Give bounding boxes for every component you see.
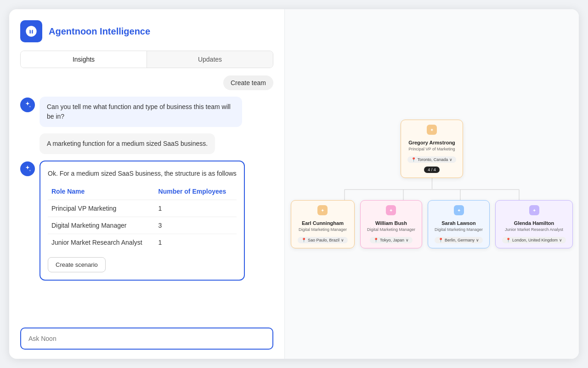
left-panel: Agentnoon Intelligence Insights Updates …: [9, 9, 285, 359]
child-0-title: Digital Marketing Manager: [298, 227, 348, 233]
child-2-title: Digital Marketing Manager: [435, 227, 483, 233]
child-3-icon: ✦: [529, 205, 539, 215]
children-row: ✦ Earl Cunningham Digital Marketing Mana…: [291, 200, 573, 248]
table-row: Digital Marketing Manager3: [48, 217, 237, 234]
org-child-card-0[interactable]: ✦ Earl Cunningham Digital Marketing Mana…: [291, 200, 355, 248]
ask-noon-input[interactable]: [20, 328, 273, 350]
child-0-icon: ✦: [317, 205, 328, 215]
role-count-1: 3: [155, 217, 237, 234]
root-location: 📍 Toronto, Canada ∨: [407, 156, 457, 163]
org-child-card-1[interactable]: ✦ William Bush Digital Marketing Manager…: [360, 200, 422, 248]
child-1-title: Digital Marketing Manager: [367, 227, 415, 233]
app-title: Agentnoon Intelligence: [49, 26, 150, 37]
org-child-card-2[interactable]: ✦ Sarah Lawson Digital Marketing Manager…: [428, 200, 490, 248]
col-role-name: Role Name: [48, 185, 155, 200]
role-count-0: 1: [155, 200, 237, 217]
org-chart: ✦ Gregory Armstrong Principal VP of Mark…: [291, 120, 573, 248]
child-3-name: Glenda Hamilton: [502, 220, 566, 226]
input-row: [20, 328, 273, 350]
root-card-name: Gregory Armstrong: [407, 139, 457, 146]
v-line-root: [432, 178, 432, 189]
tab-insights[interactable]: Insights: [21, 51, 147, 68]
create-team-row: Create team: [20, 75, 273, 90]
child-0-name: Earl Cunningham: [298, 220, 348, 226]
ai-sparkle-icon-2: [23, 165, 32, 173]
col-num-employees: Number of Employees: [155, 185, 237, 200]
right-panel: ✦ Gregory Armstrong Principal VP of Mark…: [285, 9, 579, 359]
ai-avatar-1: [20, 98, 35, 112]
user-reply-bubble: A marketing function for a medium sized …: [40, 133, 215, 154]
ai-sparkle-icon-1: [23, 101, 32, 109]
tabs-row: Insights Updates: [20, 51, 273, 68]
child-1-location: 📍 Tokyo, Japan ∨: [370, 237, 413, 243]
child-2-name: Sarah Lawson: [435, 220, 483, 226]
role-name-0: Principal VP Marketing: [48, 200, 155, 217]
sparkle-icon: [25, 25, 37, 37]
root-card-icon: ✦: [427, 125, 437, 135]
root-card-title: Principal VP of Marketing: [407, 147, 457, 152]
ai-response-row: Ok. For a medium sized SaaS business, th…: [20, 161, 273, 281]
org-root-card[interactable]: ✦ Gregory Armstrong Principal VP of Mark…: [401, 120, 464, 178]
table-row: Principal VP Marketing1: [48, 200, 237, 217]
child-1-name: William Bush: [367, 220, 415, 226]
create-scenario-button[interactable]: Create scenario: [48, 257, 106, 272]
ai-avatar-2: [20, 161, 35, 176]
app-logo: [20, 20, 42, 42]
root-count: 4 / 4: [424, 167, 440, 173]
ai-response-card: Ok. For a medium sized SaaS business, th…: [40, 161, 245, 281]
roles-table: Role Name Number of Employees Principal …: [48, 185, 237, 251]
connector-svg: [317, 189, 547, 200]
ai-question-row: Can you tell me what function and type o…: [20, 97, 273, 127]
user-reply-row: A marketing function for a medium sized …: [20, 133, 273, 154]
child-3-title: Junior Market Research Analyst: [502, 227, 566, 233]
role-name-2: Junior Market Research Analyst: [48, 234, 155, 251]
main-container: Agentnoon Intelligence Insights Updates …: [9, 9, 579, 359]
role-name-1: Digital Marketing Manager: [48, 217, 155, 234]
ai-question-bubble: Can you tell me what function and type o…: [40, 97, 242, 127]
child-3-location: 📍 London, United Kingdom ∨: [502, 237, 566, 243]
tab-updates[interactable]: Updates: [147, 51, 273, 68]
child-0-location: 📍 Sao Paulo, Brazil ∨: [298, 237, 348, 243]
role-count-2: 1: [155, 234, 237, 251]
table-row: Junior Market Research Analyst1: [48, 234, 237, 251]
chat-area: Create team Can you tell me what functio…: [20, 75, 273, 320]
child-2-icon: ✦: [454, 205, 464, 215]
create-team-badge[interactable]: Create team: [223, 75, 273, 90]
child-1-icon: ✦: [386, 205, 396, 215]
org-child-card-3[interactable]: ✦ Glenda Hamilton Junior Market Research…: [495, 200, 573, 248]
header-row: Agentnoon Intelligence: [20, 20, 273, 42]
children-container: ✦ Earl Cunningham Digital Marketing Mana…: [291, 189, 573, 248]
child-2-location: 📍 Berlin, Germany ∨: [435, 237, 483, 243]
response-intro: Ok. For a medium sized SaaS business, th…: [48, 169, 237, 178]
